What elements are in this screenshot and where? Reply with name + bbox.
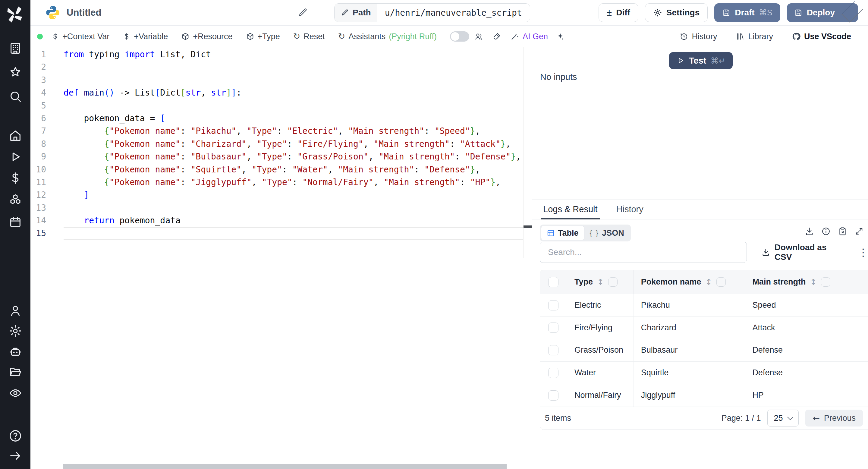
download-csv-button[interactable]: Download as CSV [761,243,845,262]
tab-logs-result[interactable]: Logs & Result [543,200,598,219]
building-icon[interactable] [8,41,22,55]
horizontal-scrollbar[interactable] [63,464,507,469]
play-icon[interactable] [8,150,22,164]
code-line[interactable]: {"Pokemon name": "Charizard", "Type": "F… [64,138,524,150]
column-header[interactable]: Type↕ [567,270,634,294]
add-variable-button[interactable]: +Variable [123,32,168,41]
settings-button[interactable]: Settings [645,3,708,22]
dollar-icon[interactable] [8,171,22,185]
page-size-select[interactable]: 25 [767,410,799,427]
search-icon[interactable] [8,90,22,103]
star-icon[interactable] [8,65,22,79]
sort-icon[interactable]: ↕ [810,277,817,287]
line-number: 13 [30,201,64,214]
library-icon [736,32,745,41]
table-row[interactable]: WaterSquirtleDefense [540,362,868,384]
code-line[interactable] [64,227,524,240]
arrow-right-icon[interactable] [8,449,22,463]
code-line[interactable]: {"Pokemon name": "Squirtle", "Type": "Wa… [64,163,524,176]
collaborators-button[interactable] [474,32,483,41]
expand-icon[interactable] [855,227,864,236]
column-header[interactable]: Pokemon name↕ [634,270,745,294]
code-line[interactable]: pokemon_data = [ [64,112,524,125]
code-line[interactable]: from typing import List, Dict [64,48,524,61]
line-number: 8 [30,138,64,150]
user-icon[interactable] [8,304,22,318]
table-cell: Bulbasaur [634,339,745,362]
gear-icon [653,8,662,17]
column-filter-box[interactable] [821,277,830,287]
folder-icon[interactable] [8,365,22,379]
calendar-icon[interactable] [8,215,22,229]
overview-ruler-cursor-marker [524,225,532,228]
more-options-kebab-icon[interactable]: ⋮ [858,246,868,258]
column-header[interactable]: Main strength↕ [745,270,868,294]
search-input[interactable] [540,242,747,263]
line-number: 3 [30,74,64,87]
history-button[interactable]: History [679,32,717,41]
table-cell: HP [745,384,868,407]
format-button[interactable] [492,32,501,41]
reset-button[interactable]: ↻ Reset [293,32,325,41]
code-line[interactable] [64,61,524,73]
edit-title-pencil-icon[interactable] [297,7,308,18]
row-checkbox[interactable] [548,390,558,401]
cubes-icon[interactable] [8,193,22,207]
table-row[interactable]: ElectricPikachuSpeed [540,294,868,317]
copy-clipboard-icon[interactable] [838,227,847,236]
select-all-checkbox[interactable] [548,277,558,287]
sort-icon[interactable]: ↕ [597,277,604,287]
home-icon[interactable] [8,129,22,143]
diff-button[interactable]: ± Diff [598,3,638,22]
code-line[interactable] [64,201,524,214]
table-row[interactable]: Grass/PoisonBulbasaurDefense [540,339,868,362]
path-field[interactable]: Path u/henri/maneuverable_script [334,3,530,22]
windmill-logo[interactable] [5,5,25,24]
view-table-button[interactable]: Table [541,226,584,240]
draft-button[interactable]: Draft ⌘S [714,3,780,22]
column-filter-box[interactable] [716,277,726,287]
download-result-icon[interactable] [805,227,814,236]
add-resource-button[interactable]: +Resource [181,32,232,41]
code-line[interactable]: {"Pokemon name": "Jigglypuff", "Type": "… [64,176,524,189]
table-row[interactable]: Fire/FlyingCharizardAttack [540,317,868,339]
code-line[interactable]: {"Pokemon name": "Bulbasaur", "Type": "G… [64,150,524,163]
previous-page-button[interactable]: ← Previous [805,410,863,427]
deploy-dropdown-chevron-icon[interactable] [841,1,863,22]
library-button[interactable]: Library [736,32,773,41]
row-checkbox[interactable] [548,322,558,333]
sort-icon[interactable]: ↕ [705,277,712,287]
gear-icon[interactable] [8,324,22,338]
code-lines[interactable]: from typing import List, Dictdef main() … [64,48,524,240]
assistants-button[interactable]: ↻ Assistants (Pyright Ruff) [338,32,437,41]
code-line[interactable]: return pokemon_data [64,214,524,227]
view-json-button[interactable]: { } JSON [584,226,629,240]
row-checkbox[interactable] [548,300,558,310]
info-icon[interactable] [821,227,831,236]
help-icon[interactable] [8,429,22,443]
multiplayer-toggle[interactable] [450,31,469,41]
eye-icon[interactable] [8,386,22,400]
left-sidebar [0,0,30,469]
select-all-cell [540,270,567,294]
deploy-button[interactable]: Deploy [787,3,858,22]
column-filter-box[interactable] [608,277,618,287]
code-line[interactable] [64,99,524,112]
add-context-var-button[interactable]: +Context Var [51,32,110,41]
ai-fix-button[interactable] [556,32,565,41]
ai-gen-button[interactable]: AI Gen [510,32,548,41]
add-type-button[interactable]: +Type [246,32,280,41]
path-value[interactable]: u/henri/maneuverable_script [377,4,530,22]
code-line[interactable]: ] [64,189,524,201]
code-line[interactable] [64,74,524,87]
tab-history[interactable]: History [616,200,644,219]
use-vscode-button[interactable]: Use VScode [792,32,851,41]
table-row[interactable]: Normal/FairyJigglypuffHP [540,384,868,407]
code-editor[interactable]: 123456789101112131415 from typing import… [30,47,532,469]
row-checkbox[interactable] [548,345,558,355]
row-checkbox[interactable] [548,368,558,378]
code-line[interactable]: def main() -> List[Dict[str, str]]: [64,87,524,99]
test-button[interactable]: Test ⌘↵ [669,52,733,69]
robot-icon[interactable] [8,345,22,359]
code-line[interactable]: {"Pokemon name": "Pikachu", "Type": "Ele… [64,125,524,137]
